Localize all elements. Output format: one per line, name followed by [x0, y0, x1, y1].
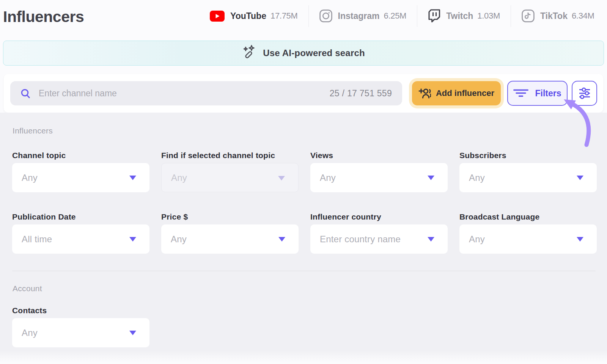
youtube-icon — [210, 11, 225, 22]
add-influencer-label: Add influencer — [436, 88, 494, 98]
platform-name: TikTok — [540, 11, 568, 21]
price-select[interactable]: Any — [161, 224, 299, 254]
filter-label: Publication Date — [12, 213, 149, 221]
instagram-icon — [319, 9, 332, 22]
tab-divider — [417, 5, 417, 27]
influencer-country-select[interactable]: Enter country name — [310, 224, 448, 254]
filter-field-contacts: ContactsAny — [12, 306, 149, 347]
tab-divider — [308, 5, 309, 27]
tab-divider — [511, 5, 511, 27]
add-user-icon — [418, 88, 431, 99]
chevron-down-icon — [129, 176, 136, 180]
select-value: Any — [469, 173, 485, 183]
filter-field-publication-date: Publication DateAll time — [12, 213, 149, 254]
tab-youtube[interactable]: YouTube17.75M — [210, 11, 298, 22]
views-select[interactable]: Any — [310, 163, 448, 192]
add-influencer-button[interactable]: Add influencer — [412, 81, 501, 105]
filter-field-channel-topic: Channel topicAny — [12, 151, 149, 192]
select-value: Any — [469, 234, 485, 245]
influencers-page: Influencers YouTube17.75MInstagram6.25MT… — [0, 0, 607, 364]
platform-count: 17.75M — [270, 11, 298, 21]
contacts-select[interactable]: Any — [12, 318, 149, 347]
publication-date-select[interactable]: All time — [12, 224, 149, 254]
filter-label: Price $ — [161, 213, 299, 221]
filters-button[interactable]: Filters — [507, 81, 568, 106]
platform-name: Twitch — [446, 11, 473, 21]
tab-instagram[interactable]: Instagram6.25M — [319, 9, 407, 22]
search-input[interactable] — [39, 88, 322, 99]
filter-lines-icon — [513, 89, 528, 97]
platform-tabs: YouTube17.75MInstagram6.25MTwitch1.03MTi… — [210, 0, 594, 32]
select-value: Any — [22, 328, 38, 338]
chevron-down-icon — [577, 176, 583, 180]
ai-search-banner[interactable]: Use AI-powered search — [3, 41, 604, 66]
chevron-down-icon — [129, 331, 136, 335]
platform-name: Instagram — [338, 11, 380, 21]
filter-field-views: ViewsAny — [310, 151, 448, 192]
chevron-down-icon — [428, 176, 434, 180]
chevron-down-icon — [577, 237, 583, 242]
filter-label: Subscribers — [459, 151, 597, 160]
filter-label: Influencer country — [310, 213, 448, 221]
platform-count: 6.25M — [384, 11, 407, 21]
filter-field-find-if-selected-channel-topic: Find if selected channel topicAny — [161, 151, 299, 192]
search-icon — [20, 88, 31, 99]
tab-twitch[interactable]: Twitch1.03M — [428, 9, 500, 23]
twitch-icon — [428, 9, 440, 23]
channel-topic-select[interactable]: Any — [12, 163, 149, 192]
select-value: All time — [22, 234, 52, 245]
filter-label: Find if selected channel topic — [161, 151, 299, 160]
magic-wand-icon — [242, 45, 256, 61]
platform-count: 1.03M — [477, 11, 500, 21]
sliders-icon — [578, 87, 591, 100]
platform-count: 6.34M — [572, 11, 594, 21]
filter-label: Broadcast Language — [459, 213, 597, 221]
section-divider — [12, 271, 596, 271]
filter-grid: Channel topicAnyFind if selected channel… — [12, 151, 597, 254]
find-if-selected-channel-topic-select[interactable]: Any — [161, 163, 299, 192]
select-value: Enter country name — [320, 234, 401, 245]
filter-field-influencer-country: Influencer countryEnter country name — [310, 213, 448, 254]
filter-field-broadcast-language: Broadcast LanguageAny — [459, 213, 597, 254]
subscribers-select[interactable]: Any — [459, 163, 597, 192]
broadcast-language-select[interactable]: Any — [459, 224, 597, 254]
filters-panel: Influencers Channel topicAnyFind if sele… — [0, 113, 607, 351]
filter-label: Contacts — [12, 306, 149, 315]
filter-field-subscribers: SubscribersAny — [459, 151, 597, 192]
tiktok-icon — [522, 9, 535, 22]
chevron-down-icon — [428, 237, 434, 242]
chevron-down-icon — [278, 237, 285, 242]
filter-settings-button[interactable] — [572, 81, 597, 106]
chevron-down-icon — [129, 237, 136, 242]
select-value: Any — [320, 173, 336, 183]
filter-label: Channel topic — [12, 151, 149, 160]
channel-search-box[interactable]: 25 / 17 751 559 — [10, 81, 402, 105]
filter-field-price: Price $Any — [161, 213, 299, 254]
section-label-account: Account — [13, 284, 42, 293]
search-toolbar: 25 / 17 751 559 Add influencer Filters — [4, 74, 603, 113]
select-value: Any — [22, 173, 38, 183]
platform-name: YouTube — [230, 11, 266, 21]
ai-banner-label: Use AI-powered search — [263, 48, 365, 58]
select-value: Any — [171, 173, 187, 183]
section-label-influencers: Influencers — [13, 126, 53, 135]
page-title: Influencers — [3, 8, 84, 26]
filters-label: Filters — [535, 88, 561, 99]
filter-label: Views — [310, 151, 448, 160]
tab-tiktok[interactable]: TikTok6.34M — [522, 9, 594, 22]
chevron-down-icon — [278, 176, 285, 180]
contacts-field-holder: ContactsAny — [12, 306, 149, 347]
select-value: Any — [171, 234, 187, 245]
result-counter: 25 / 17 751 559 — [330, 88, 392, 99]
